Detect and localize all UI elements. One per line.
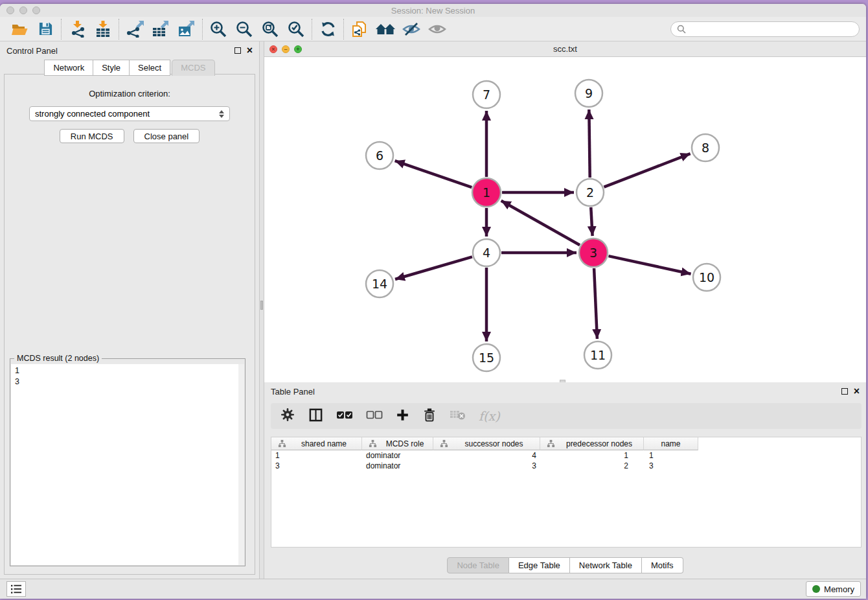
network-canvas[interactable]: 7968124314101511 [264, 57, 866, 382]
memory-button[interactable]: Memory [806, 581, 861, 597]
svg-text:10: 10 [699, 270, 714, 284]
graph-node-6[interactable]: 6 [366, 142, 393, 169]
table-settings-button[interactable] [280, 407, 295, 425]
table-header-row: shared nameMCDS rolesuccessor nodesprede… [271, 437, 861, 450]
tab-edge-table[interactable]: Edge Table [509, 557, 570, 573]
export-table-icon [152, 20, 170, 38]
mcds-result-list[interactable]: 13 [11, 364, 244, 565]
graph-node-4[interactable]: 4 [473, 239, 500, 266]
graph-node-10[interactable]: 10 [693, 264, 720, 291]
tab-style[interactable]: Style [93, 60, 130, 76]
graph-edge-3-1[interactable] [501, 201, 580, 245]
tab-node-table[interactable]: Node Table [447, 557, 509, 573]
zoom-in-button[interactable] [205, 18, 231, 40]
task-history-button[interactable] [6, 581, 26, 597]
table-row[interactable]: 3dominator323 [271, 461, 861, 471]
import-table-button[interactable] [90, 18, 116, 40]
graph-edge-2-9[interactable] [589, 110, 589, 178]
graph-node-1[interactable]: 1 [472, 178, 501, 207]
copy-network-button[interactable] [347, 18, 372, 40]
search-input[interactable] [690, 25, 853, 34]
net-minimize-icon[interactable]: – [282, 45, 290, 53]
refresh-view-button[interactable] [315, 18, 341, 40]
cell-predecessor_nodes: 1 [540, 450, 644, 461]
float-panel-icon[interactable] [234, 47, 241, 54]
home-icon [375, 21, 396, 37]
save-session-button[interactable] [32, 18, 58, 40]
column-header-successor-nodes[interactable]: successor nodes [433, 437, 540, 450]
column-header-name[interactable]: name [644, 437, 698, 450]
graph-node-15[interactable]: 15 [473, 344, 500, 371]
column-type-icon [275, 439, 286, 448]
deselect-all-checkboxes-button[interactable] [366, 410, 383, 422]
graph-edge-2-3[interactable] [591, 207, 592, 236]
import-network-icon [69, 20, 86, 38]
float-table-panel-icon[interactable] [841, 388, 848, 395]
control-panel-tabs: NetworkStyleSelectMCDS [0, 60, 259, 76]
show-details-button[interactable] [424, 18, 450, 40]
graph-edge-3-11[interactable] [594, 268, 597, 339]
graph-edge-4-14[interactable] [395, 257, 472, 279]
graph-node-2[interactable]: 2 [577, 179, 604, 206]
tab-select[interactable]: Select [130, 60, 170, 76]
tab-network[interactable]: Network [44, 60, 93, 76]
function-builder-button[interactable]: f(x) [479, 409, 500, 423]
close-panel-button[interactable]: Close panel [133, 129, 200, 143]
home-layout-button[interactable] [372, 18, 398, 40]
close-panel-icon[interactable]: × [247, 47, 253, 54]
column-header-MCDS-role[interactable]: MCDS role [362, 437, 433, 450]
graph-edge-1-6[interactable] [395, 161, 472, 187]
zoom-out-button[interactable] [231, 18, 257, 40]
svg-text:8: 8 [702, 141, 709, 155]
criterion-dropdown[interactable]: strongly connected component [29, 106, 230, 121]
splitter-grip[interactable] [260, 301, 263, 310]
search-field[interactable] [670, 21, 860, 37]
window-minimize-icon[interactable] [19, 6, 27, 14]
delete-table-button[interactable] [450, 409, 466, 423]
svg-text:9: 9 [585, 86, 593, 100]
graph-node-11[interactable]: 11 [584, 341, 611, 369]
open-session-button[interactable] [6, 18, 32, 40]
graph-edge-3-10[interactable] [608, 256, 691, 274]
zoom-selected-button[interactable] [283, 18, 309, 40]
node-table[interactable]: shared nameMCDS rolesuccessor nodesprede… [271, 437, 862, 548]
graph-node-9[interactable]: 9 [575, 80, 602, 107]
export-image-button[interactable] [174, 18, 200, 40]
export-table-button[interactable] [148, 18, 174, 40]
close-table-panel-icon[interactable]: × [854, 388, 860, 395]
column-header-predecessor-nodes[interactable]: predecessor nodes [540, 437, 644, 450]
window-zoom-icon[interactable] [32, 6, 40, 14]
table-tabs: Node TableEdge TableNetwork TableMotifs [264, 557, 866, 573]
graph-edge-2-8[interactable] [604, 154, 690, 187]
graph-node-14[interactable]: 14 [366, 270, 393, 297]
add-column-button[interactable] [396, 408, 409, 424]
result-line: 1 [15, 365, 244, 376]
window-close-icon[interactable] [6, 6, 14, 14]
table-row[interactable]: 1dominator411 [271, 450, 861, 461]
vertical-splitter[interactable] [259, 41, 264, 579]
run-mcds-button[interactable]: Run MCDS [60, 129, 124, 143]
select-all-checkboxes-button[interactable] [336, 410, 353, 422]
result-scrollbar[interactable] [238, 364, 244, 565]
optimization-criterion-label: Optimization criterion: [5, 89, 255, 98]
tab-network-table[interactable]: Network Table [570, 557, 642, 573]
graph-node-3[interactable]: 3 [579, 238, 608, 267]
delete-column-button[interactable] [422, 408, 437, 425]
net-close-icon[interactable]: × [269, 45, 277, 53]
svg-text:6: 6 [376, 148, 383, 163]
net-zoom-icon[interactable]: + [294, 45, 302, 53]
tab-mcds[interactable]: MCDS [172, 60, 214, 76]
zoom-selected-icon [287, 20, 305, 38]
zoom-fit-button[interactable] [257, 18, 283, 40]
hide-details-button[interactable] [398, 18, 424, 40]
zoom-in-icon [209, 20, 227, 38]
graph-node-8[interactable]: 8 [692, 134, 719, 161]
column-header-shared-name[interactable]: shared name [271, 437, 362, 450]
split-columns-button[interactable] [308, 408, 323, 425]
import-network-button[interactable] [64, 18, 90, 40]
export-network-button[interactable] [122, 18, 148, 40]
tab-motifs[interactable]: Motifs [642, 557, 683, 573]
graph-node-7[interactable]: 7 [473, 81, 500, 108]
toolbar-separator [61, 19, 62, 40]
copy-network-icon [350, 20, 369, 38]
